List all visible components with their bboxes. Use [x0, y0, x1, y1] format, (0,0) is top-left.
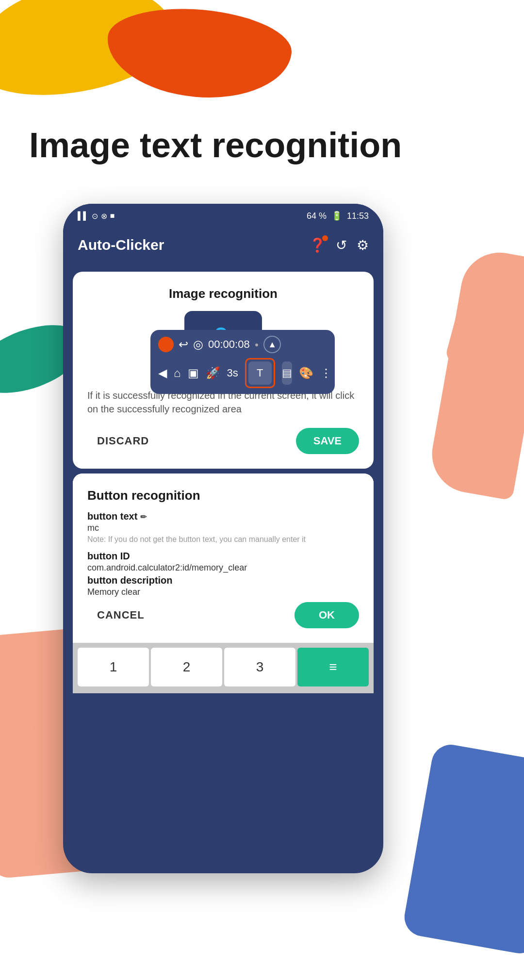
phone-bottom-section: Button recognition button text ✏ mc Note… [73, 474, 374, 693]
calc-key-2[interactable]: 2 [151, 648, 222, 686]
timer-display: 00:00:08 [208, 338, 250, 351]
cancel-button[interactable]: CANCEL [87, 604, 154, 626]
overview-button[interactable]: ▣ [188, 366, 199, 380]
image-recognition-actions: DISCARD SAVE [87, 428, 359, 454]
button-id-label: button ID [87, 551, 359, 562]
button-id-value: com.android.calculator2:id/memory_clear [87, 563, 359, 573]
app-topbar: Auto-Clicker ❓ ↺ ⚙ [63, 228, 383, 262]
vpn-icon: ⊗ [101, 212, 107, 221]
calc-row-1: 1 2 3 ≡ [78, 648, 369, 686]
record-button[interactable] [158, 337, 174, 352]
seconds-display: 3s [227, 367, 238, 379]
text-recognition-icon: T [257, 367, 263, 379]
status-right: 64 % 🔋 11:53 [307, 211, 369, 221]
calc-key-1[interactable]: 1 [78, 648, 149, 686]
notification-dot [322, 235, 328, 241]
help-icon[interactable]: ❓ [309, 237, 326, 253]
expand-button[interactable]: ▲ [263, 336, 281, 353]
floating-toolbar: ↩ ◎ 00:00:08 ● ▲ ◀ ⌂ ▣ 🚀 3s T ▤ 🎨 ⋮ [150, 330, 335, 394]
toolbar-row-2: ◀ ⌂ ▣ 🚀 3s T ▤ 🎨 ⋮ [158, 358, 327, 388]
calculator-area: 1 2 3 ≡ [73, 643, 374, 693]
signal-icon: ▌▌ [78, 212, 89, 220]
calc-key-teal[interactable]: ≡ [297, 648, 369, 686]
rocket-icon[interactable]: 🚀 [206, 366, 220, 380]
home-button[interactable]: ⌂ [174, 366, 181, 380]
undo-button[interactable]: ↩ [179, 338, 188, 351]
image-text-recognition-highlighted[interactable]: T [245, 358, 275, 388]
back-button[interactable]: ◀ [158, 366, 167, 380]
phone-mockup: ▌▌ ⊙ ⊗ ■ 64 % 🔋 11:53 Auto-Clicker ❓ ↺ ⚙… [63, 204, 383, 873]
battery-percent: 64 % [307, 211, 327, 221]
dot-indicator: ● [255, 341, 259, 348]
ok-button[interactable]: OK [295, 602, 359, 628]
button-text-label: button text ✏ [87, 511, 359, 522]
button-text-value: mc [87, 523, 359, 533]
settings-icon[interactable]: ⚙ [357, 237, 369, 253]
button-text-note: Note: If you do not get the button text,… [87, 535, 359, 544]
edit-icon[interactable]: ✏ [140, 512, 147, 522]
text-icon-box[interactable]: T [248, 361, 272, 385]
chevron-up-icon: ▲ [268, 340, 277, 350]
button-description-value: Memory clear [87, 587, 359, 597]
button-description-label: button description [87, 575, 359, 586]
wifi-icon: ⊙ [92, 212, 98, 221]
toolbar-row-1: ↩ ◎ 00:00:08 ● ▲ [158, 336, 327, 353]
palette-icon[interactable]: 🎨 [299, 366, 313, 380]
status-icons-left: ▌▌ ⊙ ⊗ ■ [78, 212, 115, 221]
decoration-hand-right-bottom [401, 742, 524, 957]
discard-button[interactable]: DISCARD [87, 430, 159, 452]
status-bar: ▌▌ ⊙ ⊗ ■ 64 % 🔋 11:53 [63, 204, 383, 228]
button-recognition-title: Button recognition [87, 488, 359, 503]
template-icon-box[interactable]: ▤ [282, 361, 292, 385]
page-title: Image text recognition [29, 126, 495, 164]
save-button[interactable]: SAVE [296, 428, 359, 454]
calc-key-3[interactable]: 3 [224, 648, 295, 686]
button-recognition-actions: CANCEL OK [87, 602, 359, 628]
history-icon[interactable]: ↺ [336, 237, 347, 253]
button-recognition-card: Button recognition button text ✏ mc Note… [73, 474, 374, 643]
battery-icon: ■ [110, 212, 115, 220]
more-options-icon[interactable]: ⋮ [320, 366, 332, 380]
target-icon[interactable]: ◎ [193, 338, 203, 351]
decoration-blob-orange [103, 2, 295, 105]
image-recognition-title: Image recognition [87, 286, 359, 301]
topbar-icons: ❓ ↺ ⚙ [309, 237, 369, 253]
template-icon: ▤ [282, 367, 292, 379]
status-time: 11:53 [347, 211, 369, 221]
app-title: Auto-Clicker [78, 237, 164, 253]
